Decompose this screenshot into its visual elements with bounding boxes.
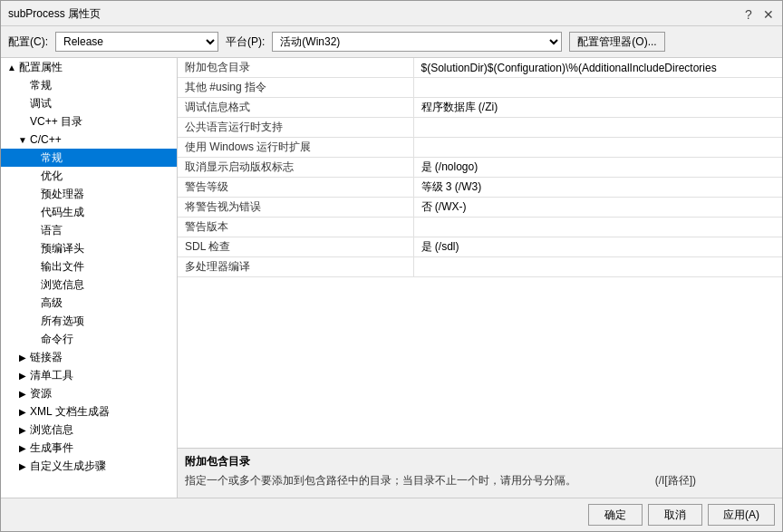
tree-item-general[interactable]: 常规 [1,76,177,94]
prop-value [413,138,782,158]
ok-button[interactable]: 确定 [588,504,643,526]
bottom-buttons: 确定 取消 应用(A) [1,498,782,531]
table-row[interactable]: 多处理器编译 [178,257,782,277]
prop-name: 公共语言运行时支持 [178,118,413,138]
dialog-title: subProcess 属性页 [8,6,101,22]
left-panel: ▲配置属性常规调试VC++ 目录▼C/C++常规优化预处理器代码生成语言预编译头… [1,58,178,498]
tree-item-cpp-general[interactable]: 常规 [1,149,177,167]
tree-label: 链接器 [30,350,63,365]
tree-item-linker[interactable]: ▶链接器 [1,348,177,366]
info-description: 指定一个或多个要添加到包含路径中的目录；当目录不止一个时，请用分号分隔。 (/I… [185,473,775,488]
tree-item-cpp-root[interactable]: ▼C/C++ [1,131,177,149]
prop-name: 调试信息格式 [178,98,413,118]
tree-label: C/C++ [30,133,62,146]
tree-expander-manifest: ▶ [15,371,30,381]
table-row[interactable]: 使用 Windows 运行时扩展 [178,138,782,158]
table-row[interactable]: 公共语言运行时支持 [178,118,782,138]
close-button[interactable]: ✕ [762,8,775,21]
tree-expander-resources: ▶ [15,389,30,399]
tree-item-vc-dirs[interactable]: VC++ 目录 [1,112,177,131]
prop-name: 警告等级 [178,178,413,198]
tree-label: 生成事件 [30,440,73,456]
tree-expander-custom-build: ▶ [15,461,30,471]
tree-item-cpp-cmdline[interactable]: 命令行 [1,330,177,348]
tree-label: 常规 [30,78,52,93]
prop-value [413,218,782,237]
prop-name: 附加包含目录 [178,58,413,78]
prop-value [413,78,782,98]
tree-label: 代码生成 [41,205,84,220]
platform-select[interactable]: 活动(Win32) [272,32,562,52]
tree-item-manifest[interactable]: ▶清单工具 [1,366,177,384]
tree-item-debug[interactable]: 调试 [1,94,177,112]
prop-name: SDL 检查 [178,237,413,257]
tree-item-browse-info[interactable]: ▶浏览信息 [1,421,177,439]
table-row[interactable]: 调试信息格式程序数据库 (/Zi) [178,98,782,118]
tree-label: 输出文件 [41,259,84,275]
table-row[interactable]: 警告等级等级 3 (/W3) [178,178,782,198]
tree-label: 所有选项 [41,314,84,329]
tree-label: 优化 [41,169,63,184]
table-row[interactable]: 警告版本 [178,218,782,237]
tree-item-cpp-output[interactable]: 输出文件 [1,257,177,276]
tree-label: 自定义生成步骤 [30,459,106,474]
tree-item-cpp-browse[interactable]: 浏览信息 [1,276,177,294]
tree-item-cpp-advanced[interactable]: 高级 [1,294,177,312]
tree-expander-cpp-root: ▼ [15,135,30,145]
tree-item-cpp-lang[interactable]: 语言 [1,221,177,239]
prop-name: 多处理器编译 [178,257,413,277]
tree-item-xml-gen[interactable]: ▶XML 文档生成器 [1,402,177,421]
prop-value: 是 (/nologo) [413,158,782,178]
tree-label: 资源 [30,386,52,401]
prop-value: 等级 3 (/W3) [413,178,782,198]
tree-expander-xml-gen: ▶ [15,407,30,417]
help-button[interactable]: ? [742,8,755,21]
prop-value: 否 (/WX-) [413,198,782,218]
prop-name: 其他 #using 指令 [178,78,413,98]
right-panel: 附加包含目录$(SolutionDir)$(Configuration)\%(A… [178,58,782,498]
properties-table: 附加包含目录$(SolutionDir)$(Configuration)\%(A… [178,58,782,448]
tree-item-config-root[interactable]: ▲配置属性 [1,58,177,76]
prop-value: 程序数据库 (/Zi) [413,98,782,118]
table-row[interactable]: 取消显示启动版权标志是 (/nologo) [178,158,782,178]
table-row[interactable]: 附加包含目录$(SolutionDir)$(Configuration)\%(A… [178,58,782,78]
apply-button[interactable]: 应用(A) [708,504,775,526]
tree-label: 预编译头 [41,241,84,256]
tree-label: 清单工具 [30,368,73,383]
tree-item-cpp-opt[interactable]: 优化 [1,167,177,185]
prop-value [413,118,782,138]
tree-label: 配置属性 [19,60,63,75]
platform-label: 平台(P): [226,34,265,50]
toolbar: 配置(C): Release 平台(P): 活动(Win32) 配置管理器(O)… [1,26,782,57]
prop-name: 使用 Windows 运行时扩展 [178,138,413,158]
tree-item-resources[interactable]: ▶资源 [1,384,177,402]
title-bar: subProcess 属性页 ? ✕ [1,1,782,26]
tree-label: 常规 [41,150,63,166]
tree-expander-linker: ▶ [15,353,30,363]
tree-item-cpp-preproc[interactable]: 预处理器 [1,185,177,203]
tree-item-cpp-codegen[interactable]: 代码生成 [1,203,177,221]
cancel-button[interactable]: 取消 [648,504,702,526]
tree-item-cpp-pch[interactable]: 预编译头 [1,239,177,257]
tree-item-cpp-all[interactable]: 所有选项 [1,312,177,330]
table-row[interactable]: 将警告视为错误否 (/WX-) [178,198,782,218]
tree-expander-browse-info: ▶ [15,425,30,435]
tree-label: 命令行 [41,332,73,347]
tree-item-custom-build[interactable]: ▶自定义生成步骤 [1,457,177,475]
main-area: ▲配置属性常规调试VC++ 目录▼C/C++常规优化预处理器代码生成语言预编译头… [1,57,782,498]
config-select[interactable]: Release [55,32,218,52]
config-manager-button[interactable]: 配置管理器(O)... [569,32,664,52]
table-row[interactable]: 其他 #using 指令 [178,78,782,98]
title-bar-controls: ? ✕ [742,8,775,21]
prop-name: 取消显示启动版权标志 [178,158,413,178]
tree-item-build-events[interactable]: ▶生成事件 [1,439,177,457]
table-row[interactable]: SDL 检查是 (/sdl) [178,237,782,257]
prop-name: 警告版本 [178,218,413,237]
tree-expander-build-events: ▶ [15,443,30,453]
tree-label: 调试 [30,96,52,111]
prop-name: 将警告视为错误 [178,198,413,218]
config-label: 配置(C): [8,34,48,50]
tree-label: 语言 [41,223,63,238]
prop-value: 是 (/sdl) [413,237,782,257]
prop-value [413,257,782,277]
